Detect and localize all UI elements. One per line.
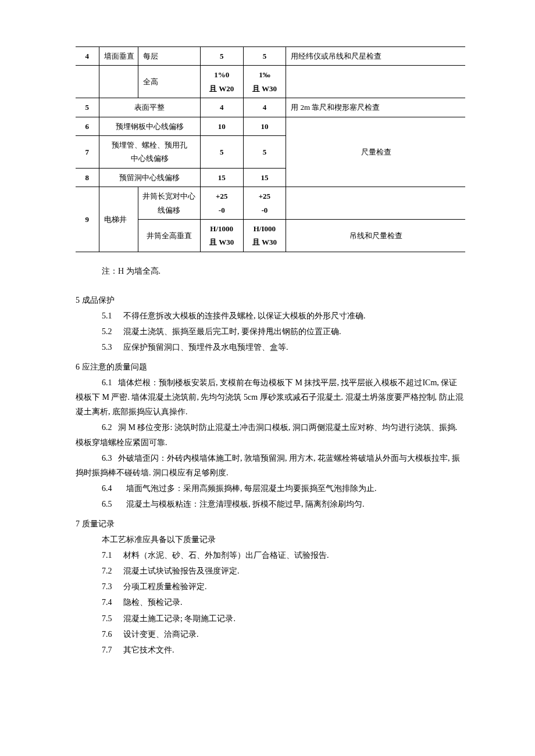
cell-item2: 井筒全高垂直 — [138, 219, 200, 252]
cell-item1: 墙面垂直 — [99, 47, 138, 66]
cell-item2: 全高 — [138, 66, 200, 98]
cell-val1: 15 — [200, 168, 243, 187]
paragraph: 6.2 洞 M 移位变形: 浇筑时防止混凝土冲击洞口模板, 洞口两侧混凝土应对称… — [76, 420, 465, 449]
table-row: 4 墙面垂直 每层 5 5 用经纬仪或吊线和尺星检查 — [76, 47, 465, 66]
paragraph: 6.5 混凝土与模板粘连：注意清理模板, 拆模不能过早, 隔离剂涂刷均匀. — [102, 497, 465, 511]
cell-item: 预埋管、螺栓、预用孔中心线偏移 — [99, 135, 200, 168]
cell-idx: 9 — [76, 187, 99, 252]
cell-item: 预留洞中心线偏移 — [99, 168, 200, 187]
table-row: 9 电梯井 井筒长宽对中心线偏移 +25-0 +25-0 — [76, 187, 465, 220]
cell-idx: 8 — [76, 168, 99, 187]
cell-val2: 4 — [243, 98, 286, 117]
cell-val2: 15 — [243, 168, 286, 187]
list-item: 7.2 混凝土试块试验报告及强度评定. — [102, 564, 465, 578]
list-item: 7.3 分项工程质量检验评定. — [102, 579, 465, 594]
table-row: 全高 1%0且 W20 1‰且 W30 — [76, 66, 465, 98]
tolerance-table: 4 墙面垂直 每层 5 5 用经纬仪或吊线和尺星检查 全高 1%0且 W20 1… — [76, 46, 465, 252]
cell-val1: 5 — [200, 47, 243, 66]
cell-val1: +25-0 — [200, 187, 243, 220]
cell-item: 预埋钢板中心线偏移 — [99, 117, 200, 135]
cell-val2: 5 — [243, 47, 286, 66]
list-item: 5.2 混凝土浇筑、振捣至最后完工时, 要保持甩出钢筋的位置正确. — [102, 324, 465, 339]
cell-item: 表面平整 — [99, 98, 200, 117]
list-item: 7.1 材料（水泥、砂、石、外加剂等）出厂合格证、试验报告. — [102, 548, 465, 562]
cell-val2: H/I000且 W30 — [243, 219, 286, 252]
cell-empty — [286, 187, 465, 220]
cell-item2: 井筒长宽对中心线偏移 — [138, 187, 200, 220]
cell-val2: 10 — [243, 117, 286, 135]
cell-val1: 1%0且 W20 — [200, 66, 243, 98]
list-item: 7.6 设计变更、洽商记录. — [102, 627, 465, 642]
paragraph: 6.1 墙体烂根：预制楼板安装后, 支模前在每边模板下 M 抹找平层, 找平层嵌… — [76, 375, 465, 420]
cell-empty — [76, 66, 99, 98]
cell-idx: 6 — [76, 117, 99, 135]
cell-method: 尺量检查 — [286, 117, 465, 187]
cell-val1: 4 — [200, 98, 243, 117]
table-note: 注：H 为墙全高. — [102, 264, 465, 278]
list-item: 5.1 不得任意拆改大模板的连接件及螺栓, 以保证大模板的外形尺寸准确. — [102, 309, 465, 323]
cell-item2: 每层 — [138, 47, 200, 66]
cell-item1: 电梯井 — [99, 187, 138, 252]
table-row: 6 预埋钢板中心线偏移 10 10 尺量检查 — [76, 117, 465, 135]
cell-idx: 5 — [76, 98, 99, 117]
list-item: 5.3 应保护预留洞口、预埋件及水电预埋管、盒等. — [102, 340, 465, 354]
paragraph: 6.4 墙面气泡过多：采用高频振捣棒, 每层混凝土均要振捣至气泡排除为止. — [102, 481, 465, 496]
cell-method: 用 2m 靠尺和楔形塞尺检查 — [286, 98, 465, 117]
paragraph: 6.3 外破墙歪闪：外砖内模墙体施工时, 敦墙预留洞, 用方木, 花蓝螺栓将破墙… — [76, 451, 465, 480]
cell-empty — [286, 66, 465, 98]
cell-val1: H/1000且 W30 — [200, 219, 243, 252]
cell-idx: 4 — [76, 47, 99, 66]
section-7-intro: 本工艺标准应具备以下质量记录 — [102, 532, 465, 547]
section-6-heading: 6 应注意的质量问题 — [76, 360, 465, 374]
cell-method: 吊线和尺量检查 — [286, 219, 465, 252]
list-item: 7.7 其它技术文件. — [102, 643, 465, 657]
cell-val2: +25-0 — [243, 187, 286, 220]
section-5-heading: 5 成品保护 — [76, 293, 465, 307]
cell-val2: 1‰且 W30 — [243, 66, 286, 98]
cell-empty — [99, 66, 138, 98]
section-7-heading: 7 质量记录 — [76, 517, 465, 531]
list-item: 7.5 混凝土施工记录; 冬期施工记录. — [102, 611, 465, 626]
table-row: 5 表面平整 4 4 用 2m 靠尺和楔形塞尺检查 — [76, 98, 465, 117]
cell-val1: 5 — [200, 135, 243, 168]
cell-val2: 5 — [243, 135, 286, 168]
cell-val1: 10 — [200, 117, 243, 135]
cell-method: 用经纬仪或吊线和尺星检查 — [286, 47, 465, 66]
list-item: 7.4 隐检、预检记录. — [102, 595, 465, 610]
cell-idx: 7 — [76, 135, 99, 168]
